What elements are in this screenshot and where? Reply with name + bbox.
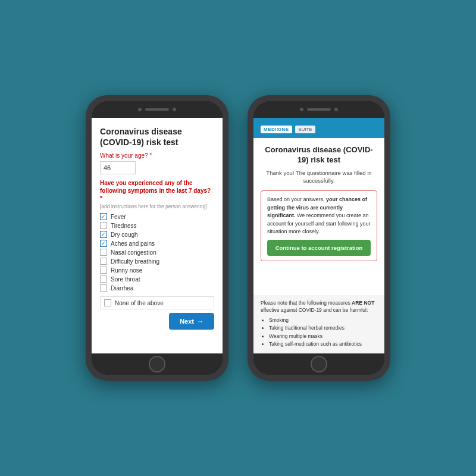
left-phone-top-bar (92, 101, 223, 118)
checkbox-sore[interactable]: Sore throat (100, 275, 214, 283)
result-subtitle: Thank you! The questionnaire was filled … (261, 169, 377, 185)
checkbox-diarrhea-label: Diarrhea (111, 285, 133, 292)
checkbox-fever-box[interactable]: ✓ (100, 213, 107, 220)
left-phone: Coronavirus disease (COVID-19) risk test… (86, 95, 228, 381)
next-button[interactable]: Next → (169, 313, 214, 330)
checkbox-tiredness[interactable]: Tiredness (100, 222, 214, 229)
alert-text: Based on your answers, your chances of g… (267, 196, 371, 236)
right-camera-dot-2 (334, 108, 338, 111)
symptoms-hint: [add instructions here for the person an… (100, 203, 214, 209)
note-section: Please note that the following measures … (253, 295, 384, 353)
checkbox-fever[interactable]: ✓ Fever (100, 213, 214, 220)
checkbox-nasal[interactable]: Nasal congestion (100, 249, 214, 256)
checkbox-breathing-box[interactable] (100, 258, 107, 265)
note-list-item: Taking self-medication such as antibioti… (269, 340, 377, 349)
checkbox-sore-label: Sore throat (111, 276, 140, 283)
continue-button[interactable]: Continue to account registration (267, 240, 371, 256)
alert-box: Based on your answers, your chances of g… (261, 190, 377, 261)
checkbox-tiredness-label: Tiredness (111, 223, 137, 229)
result-header: MEDIXINE SUITE (253, 118, 384, 138)
left-phone-screen: Coronavirus disease (COVID-19) risk test… (92, 118, 223, 353)
next-arrow-icon: → (197, 318, 203, 325)
checkbox-list: ✓ Fever Tiredness ✓ Dry cough ✓ (100, 213, 214, 292)
checkbox-sore-box[interactable] (100, 275, 107, 283)
form-title: Coronavirus disease (COVID-19) risk test (100, 126, 214, 148)
speaker-bar (145, 108, 169, 111)
right-speaker-bar (307, 108, 331, 111)
right-phone-top-bar (253, 101, 384, 118)
brand-name: MEDIXINE (261, 126, 292, 133)
none-of-above-row[interactable]: None of the above (100, 296, 214, 309)
checkbox-dry-cough-box[interactable]: ✓ (100, 231, 107, 238)
checkbox-dry-cough-label: Dry cough (111, 231, 138, 238)
checkbox-tiredness-box[interactable] (100, 222, 107, 229)
checkbox-none-box[interactable] (104, 299, 111, 306)
age-input[interactable] (100, 161, 136, 174)
checkbox-runny[interactable]: Runny nose (100, 267, 214, 274)
checkbox-diarrhea-box[interactable] (100, 284, 107, 292)
note-list-item: Smoking (269, 317, 377, 325)
right-phone-screen: MEDIXINE SUITE Coronavirus disease (COVI… (253, 118, 384, 353)
checkbox-breathing-label: Difficulty breathing (111, 258, 159, 265)
checkbox-runny-label: Runny nose (111, 267, 142, 274)
right-home-button[interactable] (311, 356, 327, 372)
brand-suite: SUITE (295, 126, 315, 133)
none-of-above-label: None of the above (115, 300, 164, 306)
left-home-button[interactable] (149, 356, 165, 372)
right-camera-dot (300, 108, 303, 111)
age-label: What is your age? * (100, 152, 214, 159)
note-list-item: Wearing multiple masks (269, 333, 377, 341)
left-phone-bottom-bar (92, 353, 223, 375)
checkbox-fever-label: Fever (111, 214, 126, 220)
symptoms-label: Have you experienced any of the followin… (100, 179, 214, 202)
next-label: Next (180, 318, 194, 325)
right-phone-bottom-bar (253, 353, 384, 375)
checkbox-nasal-label: Nasal congestion (111, 249, 156, 256)
checkbox-runny-box[interactable] (100, 267, 107, 274)
checkbox-dry-cough[interactable]: ✓ Dry cough (100, 231, 214, 238)
checkbox-aches-label: Aches and pains (111, 240, 155, 247)
checkbox-breathing[interactable]: Difficulty breathing (100, 258, 214, 265)
scene: Coronavirus disease (COVID-19) risk test… (86, 95, 390, 381)
result-screen: MEDIXINE SUITE Coronavirus disease (COVI… (253, 118, 384, 353)
note-text: Please note that the following measures … (261, 300, 377, 314)
symptoms-required: * (100, 195, 102, 202)
checkbox-diarrhea[interactable]: Diarrhea (100, 284, 214, 292)
checkbox-aches-box[interactable]: ✓ (100, 240, 107, 247)
form-screen: Coronavirus disease (COVID-19) risk test… (92, 118, 223, 353)
age-required: * (149, 152, 152, 159)
note-list: Smoking Taking traditional herbal remedi… (261, 317, 377, 349)
camera-dot-2 (173, 108, 176, 111)
result-title: Coronavirus disease (COVID-19) risk test (261, 145, 377, 165)
result-body: Coronavirus disease (COVID-19) risk test… (253, 138, 384, 295)
right-phone: MEDIXINE SUITE Coronavirus disease (COVI… (248, 95, 390, 381)
note-list-item: Taking traditional herbal remedies (269, 324, 377, 333)
checkbox-nasal-box[interactable] (100, 249, 107, 256)
camera-dot (138, 108, 142, 111)
checkbox-aches[interactable]: ✓ Aches and pains (100, 240, 214, 247)
